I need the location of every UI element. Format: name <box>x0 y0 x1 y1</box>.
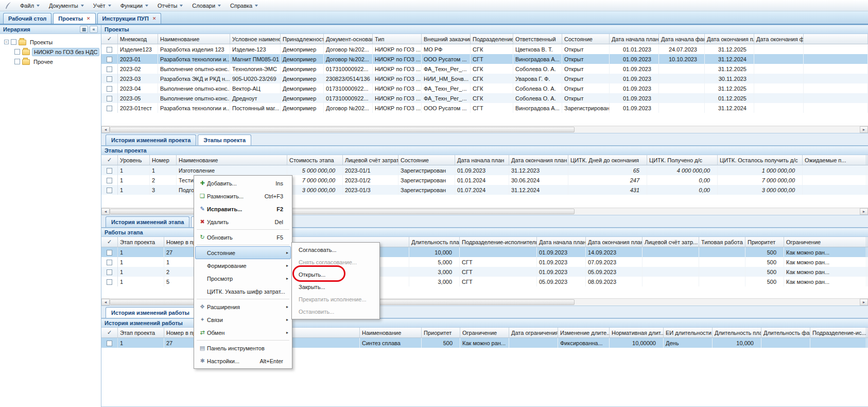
column-header[interactable]: Наименование <box>360 328 422 338</box>
menu-item-8[interactable]: Формирование▸ <box>195 259 291 272</box>
column-header[interactable]: Номер <box>150 155 177 165</box>
menu-item-0[interactable]: Согласовать... <box>293 244 378 256</box>
column-header[interactable]: ЦИТК. Получено д/с <box>647 155 718 165</box>
scroll-track[interactable] <box>110 126 860 133</box>
menubar-item-5[interactable]: Словари <box>187 1 225 10</box>
tab-0[interactable]: Рабочий стол <box>3 13 51 24</box>
column-header[interactable]: Этап проекта <box>118 328 164 338</box>
row-checkbox[interactable] <box>107 76 112 82</box>
column-header[interactable]: Условное наименова... <box>230 34 281 44</box>
column-header[interactable]: Приоритет <box>422 328 460 338</box>
column-header[interactable]: Длительность пла... <box>713 328 761 338</box>
column-header[interactable]: Наименование <box>177 155 287 165</box>
column-header[interactable]: Дата окончания план <box>509 155 568 165</box>
menu-item-12[interactable]: ❖Расширения▸ <box>195 300 291 313</box>
menubar-item-6[interactable]: Справка <box>225 1 263 10</box>
row-checkbox[interactable] <box>107 106 112 111</box>
column-header[interactable]: Этап проекта <box>118 237 164 247</box>
column-header[interactable]: Лицевой счёт затрат. <box>343 155 398 165</box>
column-header[interactable]: Дата начала план. <box>610 34 659 44</box>
column-header[interactable]: ЦИТК. Осталось получить д/с <box>718 155 803 165</box>
column-header[interactable]: Подразделение-от... <box>471 34 513 44</box>
menubar-item-2[interactable]: Учёт <box>89 1 116 10</box>
column-header[interactable]: Изменение длите... <box>558 328 610 338</box>
column-header[interactable]: Дата окончания план <box>586 237 643 247</box>
column-header[interactable]: Дата начала факт. <box>659 34 705 44</box>
column-header[interactable]: ЦИТК. Дней до окончания <box>568 155 647 165</box>
close-tab-icon[interactable]: ✕ <box>152 16 157 21</box>
column-header[interactable]: Дата начала план. <box>537 237 586 247</box>
select-all-header[interactable]: ✓ <box>101 237 118 247</box>
column-header[interactable]: Подразделение-ис... <box>810 328 866 338</box>
tree-item-label[interactable]: Проекты <box>28 39 54 46</box>
select-all-header[interactable]: ✓ <box>101 34 118 44</box>
scroll-right-button[interactable]: ► <box>860 299 868 306</box>
tree-item-other[interactable]: Прочее <box>2 57 99 66</box>
hierarchy-collapse-button[interactable]: « <box>90 26 98 33</box>
column-header[interactable]: Дата ограничения <box>509 328 558 338</box>
menu-item-5[interactable]: ↻ОбновитьF5 <box>195 231 291 244</box>
table-row[interactable]: 2023-02Выполнение опытно-конс...Технолог… <box>101 64 868 74</box>
row-checkbox[interactable] <box>107 279 112 285</box>
column-header[interactable]: Ограничение <box>784 237 866 247</box>
tree-checkbox[interactable] <box>14 59 20 64</box>
tree-item-label[interactable]: Прочее <box>32 58 55 65</box>
column-header[interactable]: Дата окончания план. <box>705 34 754 44</box>
column-header[interactable]: Ответственный <box>513 34 562 44</box>
table-row[interactable]: 2023-04Выполнение опытно-конс...Вектор-А… <box>101 83 868 93</box>
table-row[interactable]: 2023-05Выполнение опытно-конс...Дредноут… <box>101 93 868 103</box>
menu-item-13[interactable]: ✦Связи▸ <box>195 313 291 326</box>
row-checkbox[interactable] <box>107 178 112 183</box>
tree-item-root[interactable]: − Проекты <box>2 37 99 47</box>
tab-1[interactable]: Проекты✕ <box>53 13 95 24</box>
table-row[interactable]: 2023-01тестРазработка технологии и...Пос… <box>101 103 868 113</box>
row-checkbox[interactable] <box>107 269 112 275</box>
column-header[interactable]: Приоритет <box>745 237 784 247</box>
column-header[interactable]: Ожидаемые п... <box>803 155 866 165</box>
menu-item-17[interactable]: ✱Настройки...Alt+Enter <box>195 354 291 367</box>
scroll-thumb[interactable] <box>110 127 575 132</box>
tab-0[interactable]: История изменений проекта <box>106 134 196 145</box>
column-header[interactable]: Лицевой счёт затр... <box>643 237 699 247</box>
row-checkbox[interactable] <box>107 168 112 174</box>
column-header[interactable]: Тип <box>373 34 422 44</box>
menubar-item-3[interactable]: Функции <box>116 1 153 10</box>
tree-checkbox[interactable] <box>14 49 20 55</box>
select-all-header[interactable]: ✓ <box>101 155 118 165</box>
row-checkbox[interactable] <box>107 66 112 72</box>
row-checkbox[interactable] <box>107 96 112 101</box>
row-checkbox[interactable] <box>107 86 112 92</box>
tree-item-niokr[interactable]: НИОКР по ГОЗ без НДС <box>2 47 99 57</box>
column-header[interactable]: Подразделение-исполнитель. <box>460 237 537 247</box>
column-header[interactable]: Наименование <box>158 34 230 44</box>
table-row[interactable]: 11Изготовление5 000 000,002023-01/1Зарег… <box>101 165 868 175</box>
table-row[interactable]: 2023-01Разработка технологии и...Магнит … <box>101 54 868 64</box>
row-checkbox[interactable] <box>107 188 112 193</box>
row-checkbox[interactable] <box>107 341 112 346</box>
menu-item-16[interactable]: ▤Панель инструментов <box>195 342 291 354</box>
column-header[interactable]: Ограничение <box>460 328 509 338</box>
column-header[interactable]: Типовая работа <box>699 237 745 247</box>
menu-item-1[interactable]: ❏Размножить...Ctrl+F3 <box>195 190 291 202</box>
row-checkbox[interactable] <box>107 57 112 62</box>
menu-item-9[interactable]: Просмотр▸ <box>195 272 291 285</box>
menu-item-2[interactable]: ✎Исправить...F2 <box>195 202 291 215</box>
column-header[interactable]: Состояние <box>398 155 455 165</box>
menu-item-3[interactable]: Закрыть... <box>293 281 378 293</box>
row-checkbox[interactable] <box>107 260 112 265</box>
column-header[interactable]: Стоимость этапа <box>287 155 343 165</box>
row-checkbox[interactable] <box>107 250 112 256</box>
menu-item-10[interactable]: ЦИТК. Указать шифр затрат... <box>195 285 291 298</box>
column-header[interactable]: Дата окончания факт. <box>754 34 804 44</box>
menu-item-0[interactable]: ✚Добавить...Ins <box>195 177 291 190</box>
select-all-header[interactable]: ✓ <box>101 328 118 338</box>
column-header[interactable]: Длительность план▼ <box>409 237 460 247</box>
scroll-right-button[interactable]: ► <box>860 126 868 133</box>
menubar-item-1[interactable]: Документы <box>44 1 89 10</box>
column-header[interactable]: Дата начала план <box>455 155 509 165</box>
menubar-item-4[interactable]: Отчёты <box>153 1 187 10</box>
scroll-right-button[interactable]: ► <box>860 208 868 215</box>
tab-1[interactable]: Этапы проекта <box>198 134 251 145</box>
tree-expander-icon[interactable]: − <box>4 40 9 44</box>
table-row[interactable]: 2023-03Разработка ЭКД и РКД н...905-U020… <box>101 74 868 83</box>
